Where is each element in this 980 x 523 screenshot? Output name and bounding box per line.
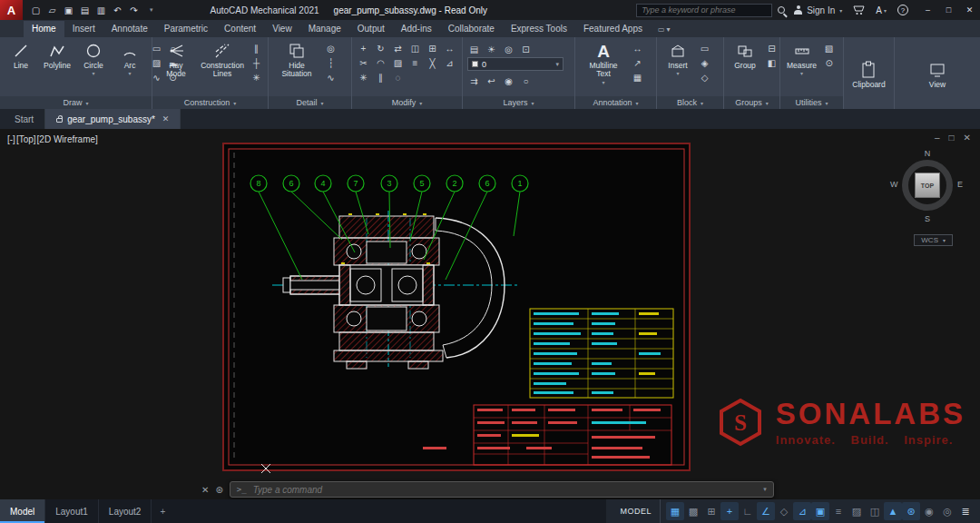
block-attribute-icon[interactable]: ◈ bbox=[698, 56, 711, 69]
sign-in[interactable]: Sign In ▾ bbox=[794, 5, 842, 15]
scale-icon[interactable]: ◫ bbox=[408, 42, 422, 54]
trim-icon[interactable]: ✂ bbox=[357, 56, 370, 69]
app-store-button[interactable]: A▾ bbox=[876, 5, 887, 15]
layer-isolate-icon[interactable]: ◉ bbox=[502, 74, 515, 87]
ungroup-icon[interactable]: ⊟ bbox=[765, 42, 779, 54]
help-icon[interactable]: ? bbox=[897, 5, 908, 15]
tab-start[interactable]: Start bbox=[4, 109, 45, 129]
new-layout-button[interactable]: + bbox=[152, 499, 173, 523]
command-bar[interactable]: >_ ▾ bbox=[230, 481, 774, 498]
wcs-dropdown[interactable]: WCS▾ bbox=[914, 234, 953, 246]
layer-dropdown[interactable]: 0 ▾ bbox=[467, 57, 564, 71]
transparency-icon[interactable]: ▨ bbox=[848, 502, 866, 520]
annotation-monitor-icon[interactable]: ◉ bbox=[920, 502, 938, 520]
tab-insert[interactable]: Insert bbox=[64, 21, 103, 37]
workspace-switch-icon[interactable]: ⊛ bbox=[902, 502, 920, 520]
layers-panel-launcher[interactable]: Layers▾ bbox=[463, 96, 574, 109]
viewport-close-icon[interactable]: ✕ bbox=[964, 133, 971, 143]
dimension-icon[interactable]: ↔ bbox=[631, 42, 644, 54]
centerline-icon[interactable]: ┼ bbox=[250, 56, 263, 69]
isodraft-icon[interactable]: ◇ bbox=[775, 502, 793, 520]
construction-panel-launcher[interactable]: Construction▾ bbox=[152, 96, 268, 109]
layer-match-icon[interactable]: ⇉ bbox=[467, 74, 481, 87]
command-customize-icon[interactable]: ⊛ bbox=[215, 485, 222, 495]
selection-cycling-icon[interactable]: ◫ bbox=[866, 502, 884, 520]
chamfer-icon[interactable]: ⊿ bbox=[443, 56, 456, 69]
workspace-dropdown-icon[interactable]: ▾ bbox=[150, 6, 153, 14]
save-icon[interactable]: ▣ bbox=[61, 3, 76, 17]
tab-output[interactable]: Output bbox=[349, 21, 393, 37]
sign-in-dropdown-icon[interactable]: ▾ bbox=[839, 7, 842, 14]
table-icon[interactable]: ▦ bbox=[631, 71, 644, 84]
tab-manage[interactable]: Manage bbox=[300, 21, 349, 37]
draw-panel-launcher[interactable]: Draw▾ bbox=[0, 96, 152, 109]
clipboard-button[interactable]: Clipboard bbox=[850, 59, 887, 90]
tab-express-tools[interactable]: Express Tools bbox=[503, 21, 575, 37]
move-icon[interactable]: + bbox=[357, 42, 370, 54]
infer-constraints-icon[interactable]: ⊞ bbox=[702, 502, 720, 520]
multiline-text-button[interactable]: A Multiline Text▾ bbox=[580, 40, 627, 86]
customize-icon[interactable]: ≣ bbox=[956, 502, 975, 520]
measure-button[interactable]: Measure▾ bbox=[785, 40, 818, 77]
command-history-icon[interactable]: ▾ bbox=[763, 486, 767, 493]
tab-add-ins[interactable]: Add-ins bbox=[393, 21, 440, 37]
viewport-minimize-icon[interactable]: – bbox=[935, 133, 940, 143]
save-as-icon[interactable]: ▤ bbox=[77, 3, 93, 17]
tab-annotate[interactable]: Annotate bbox=[103, 21, 156, 37]
tab-content[interactable]: Content bbox=[216, 21, 264, 37]
viewcube-east[interactable]: E bbox=[957, 180, 963, 189]
tab-view[interactable]: View bbox=[264, 21, 300, 37]
insert-button[interactable]: Insert▾ bbox=[662, 40, 694, 77]
tab-close-icon[interactable]: ✕ bbox=[162, 114, 170, 123]
quick-select-icon[interactable]: ▧ bbox=[822, 42, 836, 54]
redo-icon[interactable]: ↷ bbox=[126, 3, 142, 17]
tab-home[interactable]: Home bbox=[24, 21, 64, 37]
layer-properties-icon[interactable]: ▤ bbox=[467, 43, 481, 55]
polyline-button[interactable]: Polyline bbox=[41, 40, 74, 71]
viewport-style-menu[interactable]: [2D Wireframe] bbox=[37, 134, 98, 144]
line-button[interactable]: Line bbox=[5, 40, 37, 71]
join-icon[interactable]: ∥ bbox=[374, 71, 387, 84]
fillet-icon[interactable]: ◠ bbox=[374, 56, 387, 69]
layer-unisolate-icon[interactable]: ○ bbox=[519, 74, 533, 87]
offset-icon[interactable]: ≡ bbox=[408, 56, 422, 69]
modify-panel-launcher[interactable]: Modify▾ bbox=[352, 96, 462, 109]
arc-button[interactable]: Arc▾ bbox=[113, 40, 146, 77]
autocad-logo-icon[interactable]: A bbox=[0, 0, 23, 20]
layer-freeze-icon[interactable]: ◎ bbox=[502, 43, 515, 55]
layout-tab-model[interactable]: Model bbox=[0, 499, 45, 523]
new-file-icon[interactable]: ▢ bbox=[28, 3, 44, 17]
viewport-maximize-icon[interactable]: □ bbox=[949, 133, 955, 143]
viewcube-north[interactable]: N bbox=[895, 149, 960, 158]
create-block-icon[interactable]: ▭ bbox=[698, 42, 711, 54]
detail-view-icon[interactable]: ◎ bbox=[324, 42, 338, 54]
section-line-icon[interactable]: ┆ bbox=[324, 56, 338, 69]
open-file-icon[interactable]: ▱ bbox=[44, 3, 60, 17]
layer-previous-icon[interactable]: ↩ bbox=[485, 74, 498, 87]
minimize-button[interactable]: – bbox=[917, 0, 938, 20]
hide-situation-button[interactable]: Hide Situation bbox=[273, 40, 320, 80]
block-editor-icon[interactable]: ◇ bbox=[698, 71, 711, 84]
xline-icon[interactable]: ∥ bbox=[250, 42, 263, 54]
model-space-button[interactable]: MODEL bbox=[612, 499, 661, 523]
tab-collaborate[interactable]: Collaborate bbox=[440, 21, 503, 37]
group-edit-icon[interactable]: ◧ bbox=[765, 56, 779, 69]
close-button[interactable]: ✕ bbox=[959, 0, 980, 20]
view-button[interactable]: View bbox=[921, 59, 954, 90]
array-icon[interactable]: ⊞ bbox=[426, 42, 439, 54]
construction-lines-button[interactable]: Construction Lines bbox=[199, 40, 246, 80]
cart-icon[interactable] bbox=[853, 5, 865, 15]
polar-tracking-icon[interactable]: ∠ bbox=[757, 502, 775, 520]
rotate-icon[interactable]: ↻ bbox=[374, 42, 387, 54]
circle-button[interactable]: Circle▾ bbox=[77, 40, 110, 77]
plot-icon[interactable]: ▥ bbox=[93, 3, 109, 17]
detail-panel-launcher[interactable]: Detail▾ bbox=[269, 96, 351, 109]
tab-gear-pump-subassy[interactable]: gear_pump_subassy* ✕ bbox=[45, 109, 181, 129]
auto-construction-icon[interactable]: ✳ bbox=[250, 71, 263, 84]
annotation-scale-icon[interactable]: ▲ bbox=[884, 502, 902, 520]
group-button[interactable]: Group bbox=[729, 40, 761, 71]
mirror-icon[interactable]: ⇄ bbox=[391, 42, 405, 54]
block-panel-launcher[interactable]: Block▾ bbox=[657, 96, 723, 109]
command-input[interactable] bbox=[253, 485, 758, 495]
layer-lock-icon[interactable]: ⊡ bbox=[519, 43, 533, 55]
